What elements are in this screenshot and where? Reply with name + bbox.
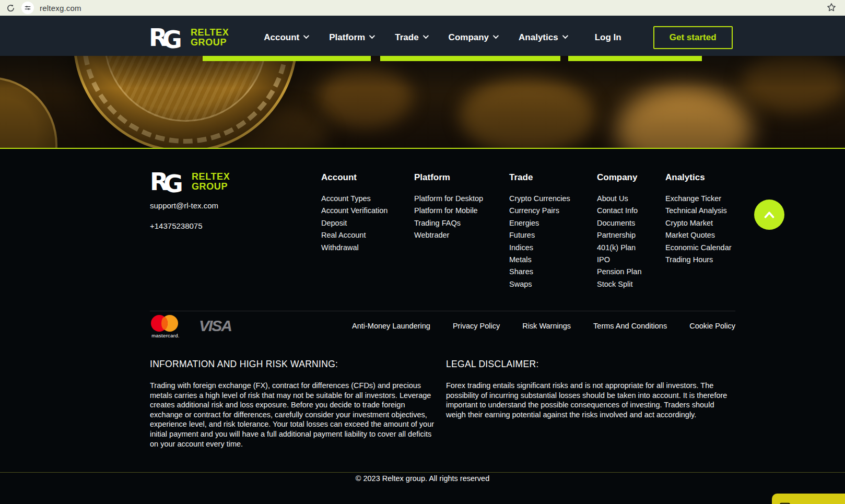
nav-item-label: Company [449, 32, 489, 43]
support-email-link[interactable]: support@rl-tex.com [150, 201, 218, 210]
chat-launcher-button[interactable]: Send us a mes [772, 494, 845, 504]
visa-icon: VISA [199, 317, 231, 335]
footer-column-trade: TradeCrypto CurrenciesCurrency PairsEner… [509, 172, 570, 290]
footer-link-about-us[interactable]: About Us [597, 193, 641, 205]
brand-logo[interactable]: R G RELTEX GROUP [149, 25, 229, 51]
chevron-down-icon [493, 33, 499, 39]
nav-item-trade[interactable]: Trade [395, 32, 427, 43]
footer-link-pension-plan[interactable]: Pension Plan [597, 266, 641, 278]
footer-link-documents[interactable]: Documents [597, 217, 641, 229]
footer-column-title: Trade [509, 172, 570, 183]
footer-link-account-verification[interactable]: Account Verification [321, 205, 388, 217]
footer-column-platform: PlatformPlatform for DesktopPlatform for… [414, 172, 483, 242]
footer-link-crypto-market[interactable]: Crypto Market [665, 217, 732, 229]
footer-link-futures[interactable]: Futures [509, 229, 570, 241]
chevron-down-icon [369, 33, 375, 39]
footer-link-economic-calendar[interactable]: Economic Calendar [665, 242, 732, 254]
nav-item-analytics[interactable]: Analytics [519, 32, 567, 43]
legal-disclaimer-text: Forex trading entails significant risks … [446, 381, 731, 419]
footer-brand-logo[interactable]: R G RELTEX GROUP [150, 169, 230, 195]
risk-warning-block: INFORMATION AND HIGH RISK WARNING: Tradi… [150, 359, 435, 449]
footer-link-401-k-plan[interactable]: 401(k) Plan [597, 242, 641, 254]
footer-link-real-account[interactable]: Real Account [321, 229, 388, 241]
brand-monogram-icon: R G [149, 25, 187, 51]
brand-wordmark: RELTEX GROUP [192, 172, 230, 192]
refresh-icon[interactable] [5, 2, 16, 14]
url-text[interactable]: reltexg.com [40, 4, 81, 13]
nav-item-platform[interactable]: Platform [329, 32, 373, 43]
footer-link-contact-info[interactable]: Contact Info [597, 205, 641, 217]
footer-column-title: Company [597, 172, 641, 183]
footer-column-title: Platform [414, 172, 483, 183]
nav-item-label: Analytics [519, 32, 558, 43]
chevron-up-icon [761, 208, 777, 221]
footer-link-energies[interactable]: Energies [509, 217, 570, 229]
legal-link-terms-and-conditions[interactable]: Terms And Conditions [593, 322, 667, 330]
legal-link-privacy-policy[interactable]: Privacy Policy [453, 322, 500, 330]
svg-text:G: G [163, 170, 183, 195]
nav-item-label: Account [264, 32, 299, 43]
footer-link-indices[interactable]: Indices [509, 242, 570, 254]
cropped-button-bar [568, 56, 702, 61]
chevron-down-icon [562, 33, 568, 39]
legal-links: Anti-Money LaunderingPrivacy PolicyRisk … [352, 322, 735, 330]
support-phone-link[interactable]: +14375238075 [150, 221, 203, 230]
footer-link-ipo[interactable]: IPO [597, 254, 641, 266]
footer-link-currency-pairs[interactable]: Currency Pairs [509, 205, 570, 217]
svg-text:G: G [162, 26, 182, 51]
footer-link-exchange-ticker[interactable]: Exchange Ticker [665, 193, 732, 205]
nav-menu: AccountPlatformTradeCompanyAnalytics [264, 32, 566, 43]
footer-link-shares[interactable]: Shares [509, 266, 570, 278]
footer-column-title: Analytics [665, 172, 732, 183]
nav-item-label: Trade [395, 32, 418, 43]
footer-divider [150, 311, 735, 311]
risk-warning-text: Trading with foreign exchange (FX), cont… [150, 381, 435, 449]
chevron-down-icon [303, 33, 309, 39]
legal-link-cookie-policy[interactable]: Cookie Policy [689, 322, 735, 330]
payments-and-legal-row: mastercard. VISA Anti-Money LaunderingPr… [150, 313, 735, 338]
top-navigation: R G RELTEX GROUP AccountPlatformTradeCom… [0, 16, 845, 56]
footer-link-trading-hours[interactable]: Trading Hours [665, 254, 732, 266]
footer-link-trading-faqs[interactable]: Trading FAQs [414, 217, 483, 229]
get-started-button[interactable]: Get started [653, 26, 733, 49]
footer-column-analytics: AnalyticsExchange TickerTechnical Analys… [665, 172, 732, 266]
browser-toolbar: reltexg.com [0, 0, 845, 16]
legal-link-risk-warnings[interactable]: Risk Warnings [522, 322, 571, 330]
chevron-down-icon [422, 33, 428, 39]
legal-disclaimer-title: LEGAL DISCLAIMER: [446, 359, 731, 370]
footer-link-webtrader[interactable]: Webtrader [414, 229, 483, 241]
footer-link-platform-for-desktop[interactable]: Platform for Desktop [414, 193, 483, 205]
footer-link-platform-for-mobile[interactable]: Platform for Mobile [414, 205, 483, 217]
bookmark-star-icon[interactable] [826, 2, 838, 14]
footer-link-technical-analysis[interactable]: Technical Analysis [665, 205, 732, 217]
footer-link-withdrawal[interactable]: Withdrawal [321, 242, 388, 254]
footer-link-market-quotes[interactable]: Market Quotes [665, 229, 732, 241]
footer-link-partnership[interactable]: Partnership [597, 229, 641, 241]
legal-link-anti-money-laundering[interactable]: Anti-Money Laundering [352, 322, 430, 330]
footer-column-company: CompanyAbout UsContact InfoDocumentsPart… [597, 172, 641, 290]
mastercard-icon: mastercard. [150, 314, 179, 338]
footer-link-deposit[interactable]: Deposit [321, 217, 388, 229]
hero-image [0, 56, 845, 148]
footer-link-swaps[interactable]: Swaps [509, 278, 570, 290]
nav-item-company[interactable]: Company [449, 32, 497, 43]
hero-shade [0, 56, 845, 148]
brand-wordmark: RELTEX GROUP [191, 28, 229, 48]
site-info-icon[interactable] [21, 2, 34, 14]
footer-column-account: AccountAccount TypesAccount Verification… [321, 172, 388, 254]
footer: R G RELTEX GROUP support@rl-tex.com +143… [0, 148, 845, 504]
login-button[interactable]: Log In [595, 32, 621, 43]
footer-link-metals[interactable]: Metals [509, 254, 570, 266]
copyright-divider [0, 472, 845, 473]
scroll-to-top-button[interactable] [754, 200, 784, 230]
footer-link-crypto-currencies[interactable]: Crypto Currencies [509, 193, 570, 205]
footer-link-account-types[interactable]: Account Types [321, 193, 388, 205]
brand-monogram-icon: R G [150, 169, 189, 195]
copyright-text: © 2023 Reltex group. All rights reserved [0, 474, 845, 483]
nav-item-account[interactable]: Account [264, 32, 308, 43]
cropped-button-bar [203, 56, 371, 61]
legal-disclaimer-block: LEGAL DISCLAIMER: Forex trading entails … [446, 359, 731, 419]
chat-launcher-label: Send us a mes [795, 502, 845, 504]
footer-link-stock-split[interactable]: Stock Split [597, 278, 641, 290]
risk-warning-title: INFORMATION AND HIGH RISK WARNING: [150, 359, 435, 370]
